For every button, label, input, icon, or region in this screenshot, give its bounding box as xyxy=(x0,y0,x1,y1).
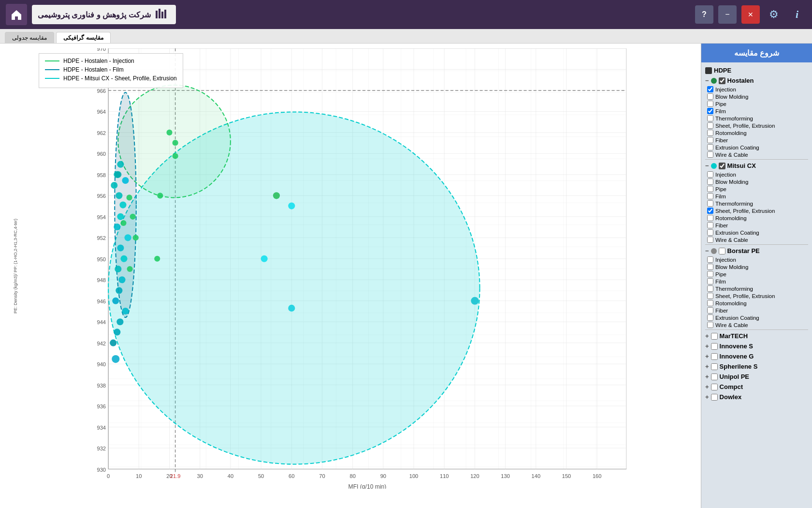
hostalen-extrusion-coating-checkbox[interactable] xyxy=(707,144,713,150)
unipol-checkbox[interactable] xyxy=(711,374,718,380)
hostalen-injection-checkbox[interactable] xyxy=(707,86,713,92)
mitsui-thermoforming-checkbox[interactable] xyxy=(707,200,713,207)
hostalen-wire-cable-checkbox[interactable] xyxy=(707,151,713,158)
legend-line-1 xyxy=(45,60,59,61)
svg-text:40: 40 xyxy=(228,473,233,479)
martech-checkbox[interactable] xyxy=(711,333,718,340)
mitsui-minus[interactable]: − xyxy=(705,162,709,169)
datapoint xyxy=(117,213,124,220)
svg-text:930: 930 xyxy=(97,467,106,473)
tab-graph-compare[interactable]: مقایسه گرافیکی xyxy=(56,32,110,43)
compct-checkbox[interactable] xyxy=(711,384,718,390)
dowlex-checkbox[interactable] xyxy=(711,394,718,401)
tab-table-compare[interactable]: مقایسه جدولی xyxy=(5,32,54,43)
mitsui-pipe-checkbox[interactable] xyxy=(707,186,713,192)
borstar-extrusion-coating: Extrusion Coating xyxy=(705,314,808,321)
spherilene-checkbox[interactable] xyxy=(711,363,718,370)
dowlex-plus[interactable]: + xyxy=(705,393,709,401)
datapoint xyxy=(111,182,117,189)
hostalen-film: Film xyxy=(705,107,808,115)
svg-text:946: 946 xyxy=(97,299,106,304)
datapoint xyxy=(127,194,132,200)
hostalen-pipe-checkbox[interactable] xyxy=(707,101,713,107)
borstar-wire-cable-checkbox[interactable] xyxy=(707,322,713,328)
innovene-s-brand: Innovene S + xyxy=(705,341,808,351)
legend-line-2 xyxy=(45,69,59,70)
datapoint xyxy=(114,224,120,230)
datapoint xyxy=(110,340,116,346)
borstar-blow-molding-checkbox[interactable] xyxy=(707,264,713,270)
compct-brand: Compct + xyxy=(705,382,808,392)
info-button[interactable]: i xyxy=(788,5,806,24)
mitsui-pipe: Pipe xyxy=(705,185,808,193)
svg-text:970: 970 xyxy=(97,48,106,52)
mitsui-rotomolding: Rotomolding xyxy=(705,214,808,222)
datapoint xyxy=(288,305,295,312)
mitsui-sheet-checkbox[interactable] xyxy=(707,208,713,214)
home-button[interactable] xyxy=(6,4,27,25)
mitsui-injection-checkbox[interactable] xyxy=(707,171,713,178)
hostalen-thermoforming-checkbox[interactable] xyxy=(707,115,713,121)
svg-text:944: 944 xyxy=(97,319,106,325)
borstar-checkbox[interactable] xyxy=(719,248,725,254)
hostalen-rotomolding-checkbox[interactable] xyxy=(707,130,713,136)
minimize-button[interactable]: − xyxy=(718,5,737,24)
mitsui-extrusion-coating-checkbox[interactable] xyxy=(707,229,713,236)
chart-area: HDPE - Hostalen - Injection HDPE - Hosta… xyxy=(0,44,701,508)
borstar-thermoforming-checkbox[interactable] xyxy=(707,285,713,292)
innovene-s-checkbox[interactable] xyxy=(711,343,718,350)
hostalen-checkbox[interactable] xyxy=(719,77,725,84)
svg-text:70: 70 xyxy=(319,473,325,479)
hostalen-label: Hostalen xyxy=(727,77,754,84)
hostalen-film-checkbox[interactable] xyxy=(707,108,713,114)
borstar-extrusion-coating-checkbox[interactable] xyxy=(707,314,713,321)
borstar-sheet-checkbox[interactable] xyxy=(707,293,713,299)
svg-text:954: 954 xyxy=(97,214,106,220)
svg-text:964: 964 xyxy=(97,109,106,115)
hostalen-fiber-checkbox[interactable] xyxy=(707,137,713,143)
borstar-minus[interactable]: − xyxy=(705,247,709,254)
svg-text:30: 30 xyxy=(197,473,203,479)
compct-plus[interactable]: + xyxy=(705,383,709,390)
hostalen-injection: Injection xyxy=(705,86,808,93)
legend-item-1: HDPE - Hostalen - Injection xyxy=(45,58,177,64)
datapoint xyxy=(133,235,139,240)
hostalen-pipe: Pipe xyxy=(705,100,808,107)
mitsui-film-checkbox[interactable] xyxy=(707,193,713,199)
spherilene-plus[interactable]: + xyxy=(705,363,709,370)
borstar-label: Borstar PE xyxy=(727,247,760,254)
borstar-pipe-checkbox[interactable] xyxy=(707,271,713,277)
martech-plus[interactable]: + xyxy=(705,332,709,340)
borstar-injection-checkbox[interactable] xyxy=(707,256,713,263)
hostalen-thermoforming: Thermoforming xyxy=(705,115,808,122)
datapoint xyxy=(117,161,124,168)
datapoint xyxy=(157,193,163,198)
unipol-plus[interactable]: + xyxy=(705,373,709,380)
svg-text:940: 940 xyxy=(97,361,106,367)
mitsui-sheet-profile: Sheet, Profile, Extrusion xyxy=(705,207,808,214)
settings-button[interactable]: ⚙ xyxy=(765,5,783,24)
mitsui-rotomolding-checkbox[interactable] xyxy=(707,215,713,221)
mitsui-wire-cable-checkbox[interactable] xyxy=(707,237,713,243)
borstar-injection: Injection xyxy=(705,256,808,263)
svg-text:120: 120 xyxy=(470,473,479,479)
hostalen-minus[interactable]: − xyxy=(705,77,709,84)
innovene-s-plus[interactable]: + xyxy=(705,343,709,350)
borstar-rotomolding-checkbox[interactable] xyxy=(707,300,713,306)
innovene-g-checkbox[interactable] xyxy=(711,353,718,360)
svg-text:950: 950 xyxy=(97,256,106,262)
question-button[interactable]: ? xyxy=(695,5,713,24)
mitsui-checkbox[interactable] xyxy=(719,163,725,169)
compare-button[interactable]: شروع مقایسه xyxy=(701,44,812,62)
innovene-g-plus[interactable]: + xyxy=(705,353,709,360)
borstar-film-checkbox[interactable] xyxy=(707,278,713,284)
hostalen-sheet-checkbox[interactable] xyxy=(707,122,713,129)
mitsui-fiber-checkbox[interactable] xyxy=(707,222,713,228)
close-button[interactable]: ✕ xyxy=(741,5,760,24)
hostalen-blow-molding-checkbox[interactable] xyxy=(707,93,713,100)
mitsui-blow-molding-checkbox[interactable] xyxy=(707,179,713,185)
datapoint xyxy=(288,203,295,209)
borstar-fiber-checkbox[interactable] xyxy=(707,307,713,314)
svg-rect-2 xyxy=(161,12,163,18)
y-axis-label: PE: Density (kg/m3)/ PP: (1-HO,2-H1,3-RC… xyxy=(13,219,18,314)
